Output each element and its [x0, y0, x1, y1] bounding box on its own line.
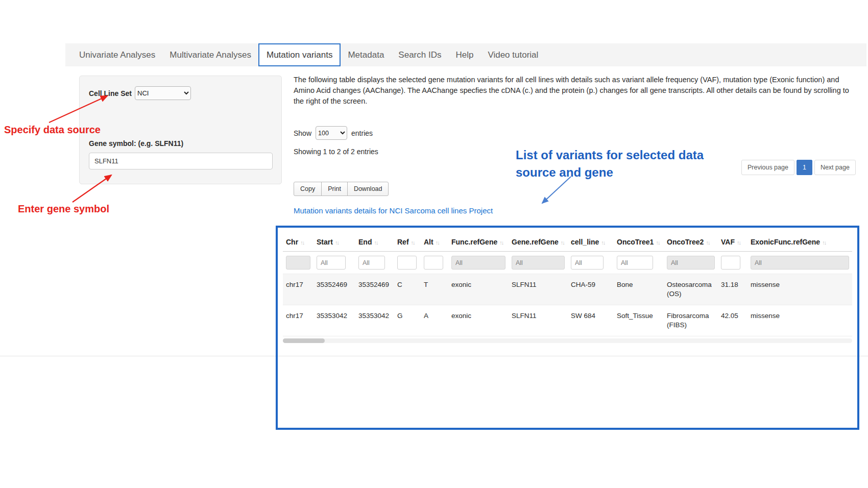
cell-cell-line: SW 684: [568, 305, 614, 336]
column-label: Func.refGene: [451, 238, 497, 246]
filter-cell: [355, 252, 394, 274]
filter-cell: [568, 252, 614, 274]
cell-gene-refgene: SLFN11: [509, 274, 568, 305]
column-label: ExonicFunc.refGene: [751, 238, 820, 246]
table-caption-link[interactable]: Mutation variants details for NCI Sarcom…: [294, 206, 493, 215]
cell-func-refgene: exonic: [448, 274, 509, 305]
cell-func-refgene: exonic: [448, 305, 509, 336]
copy-button[interactable]: Copy: [294, 182, 322, 196]
filter-oncotree2[interactable]: [667, 256, 715, 270]
tab-multivariate-analyses[interactable]: Multivariate Analyses: [162, 43, 258, 66]
top-navigation-bar: Univariate Analyses Multivariate Analyse…: [65, 43, 866, 66]
filter-exonicfunc-refgene[interactable]: [751, 256, 849, 270]
annotation-specify-data-source: Specify data source: [4, 124, 101, 136]
filter-cell-line[interactable]: [571, 256, 604, 270]
filter-alt[interactable]: [424, 256, 443, 270]
column-header-gene-refgene[interactable]: Gene.refGene↑↓: [509, 234, 568, 252]
cell-oncotree2: Fibrosarcoma (FIBS): [664, 305, 718, 336]
gene-symbol-label: Gene symbol: (e.g. SLFN11): [89, 139, 183, 148]
filter-func-refgene[interactable]: [451, 256, 505, 270]
filter-cell: [614, 252, 664, 274]
column-header-func-refgene[interactable]: Func.refGene↑↓: [448, 234, 509, 252]
column-header-oncotree1[interactable]: OncoTree1↑↓: [614, 234, 664, 252]
cell-gene-refgene: SLFN11: [509, 305, 568, 336]
column-header-oncotree2[interactable]: OncoTree2↑↓: [664, 234, 718, 252]
cell-exonicfunc-refgene: missense: [748, 305, 852, 336]
filter-start[interactable]: [317, 256, 346, 270]
cell-vaf: 42.05: [718, 305, 748, 336]
filter-cell: [748, 252, 852, 274]
tab-help[interactable]: Help: [448, 43, 480, 66]
column-header-vaf[interactable]: VAF↑↓: [718, 234, 748, 252]
sort-icon: ↑↓: [601, 239, 605, 246]
filter-vaf[interactable]: [721, 256, 740, 270]
filter-oncotree1[interactable]: [617, 256, 653, 270]
print-button[interactable]: Print: [321, 182, 348, 196]
cell-ref: C: [394, 274, 421, 305]
sort-icon: ↑↓: [822, 239, 826, 246]
column-label: VAF: [721, 238, 735, 246]
sort-icon: ↑↓: [706, 239, 709, 246]
tab-search-ids[interactable]: Search IDs: [391, 43, 448, 66]
export-buttons: Copy Print Download: [294, 182, 389, 196]
cell-line-set-row: Cell Line Set NCI: [89, 86, 191, 100]
column-header-start[interactable]: Start↑↓: [314, 234, 355, 252]
cell-alt: T: [421, 274, 448, 305]
sort-icon: ↑↓: [411, 239, 415, 246]
annotation-list-of-variants: List of variants for selected data sourc…: [516, 147, 736, 181]
sort-icon: ↑↓: [499, 239, 503, 246]
page-length-select[interactable]: 100: [316, 126, 347, 140]
cell-line-set-select[interactable]: NCI: [135, 86, 191, 100]
table-filter-row: [283, 252, 852, 274]
column-label: Start: [317, 238, 333, 246]
column-header-end[interactable]: End↑↓: [355, 234, 394, 252]
next-page-button[interactable]: Next page: [814, 160, 856, 175]
filter-gene-refgene[interactable]: [512, 256, 565, 270]
filter-end[interactable]: [358, 256, 385, 270]
column-label: End: [358, 238, 372, 246]
filter-cell: [664, 252, 718, 274]
column-header-chr[interactable]: Chr↑↓: [283, 234, 314, 252]
tab-metadata[interactable]: Metadata: [341, 43, 391, 66]
column-header-ref[interactable]: Ref↑↓: [394, 234, 421, 252]
table-row[interactable]: chr173535304235353042GAexonicSLFN11SW 68…: [283, 305, 852, 336]
filter-cell: [314, 252, 355, 274]
filter-cell: [283, 252, 314, 274]
table-info: Showing 1 to 2 of 2 entries: [294, 148, 378, 156]
mutation-variants-page: Univariate Analyses Multivariate Analyse…: [0, 0, 868, 488]
column-label: OncoTree1: [617, 238, 654, 246]
table-row[interactable]: chr173535246935352469CTexonicSLFN11CHA-5…: [283, 274, 852, 305]
scrollbar-thumb[interactable]: [283, 338, 325, 343]
sort-icon: ↑↓: [561, 239, 564, 246]
page-length-control: Show 100 entries: [294, 126, 373, 140]
sort-icon: ↑↓: [436, 239, 439, 246]
filter-cell: [448, 252, 509, 274]
column-header-exonicfunc-refgene[interactable]: ExonicFunc.refGene↑↓: [748, 234, 852, 252]
download-button[interactable]: Download: [347, 182, 389, 196]
cell-chr: chr17: [283, 274, 314, 305]
filter-ref[interactable]: [397, 256, 417, 270]
horizontal-scrollbar[interactable]: [283, 338, 852, 343]
current-page-button[interactable]: 1: [797, 160, 812, 175]
show-label: Show: [294, 129, 311, 137]
column-header-cell-line[interactable]: cell_line↑↓: [568, 234, 614, 252]
filter-cell: [394, 252, 421, 274]
cell-chr: chr17: [283, 305, 314, 336]
cell-oncotree1: Bone: [614, 274, 664, 305]
annotation-enter-gene-symbol: Enter gene symbol: [18, 203, 109, 215]
variants-table: Chr↑↓Start↑↓End↑↓Ref↑↓Alt↑↓Func.refGene↑…: [283, 234, 852, 336]
input-panel: Cell Line Set NCI Gene symbol: (e.g. SLF…: [79, 76, 282, 184]
tab-mutation-variants[interactable]: Mutation variants: [258, 43, 341, 66]
table-head: Chr↑↓Start↑↓End↑↓Ref↑↓Alt↑↓Func.refGene↑…: [283, 234, 852, 274]
previous-page-button[interactable]: Previous page: [741, 160, 794, 175]
gene-symbol-input[interactable]: [89, 153, 273, 169]
sort-icon: ↑↓: [335, 239, 339, 246]
variants-table-container: Chr↑↓Start↑↓End↑↓Ref↑↓Alt↑↓Func.refGene↑…: [278, 228, 857, 343]
filter-chr[interactable]: [286, 256, 310, 270]
tab-video-tutorial[interactable]: Video tutorial: [480, 43, 545, 66]
column-label: OncoTree2: [667, 238, 704, 246]
column-header-alt[interactable]: Alt↑↓: [421, 234, 448, 252]
sort-icon: ↑↓: [374, 239, 377, 246]
column-label: Ref: [397, 238, 409, 246]
tab-univariate-analyses[interactable]: Univariate Analyses: [72, 43, 162, 66]
